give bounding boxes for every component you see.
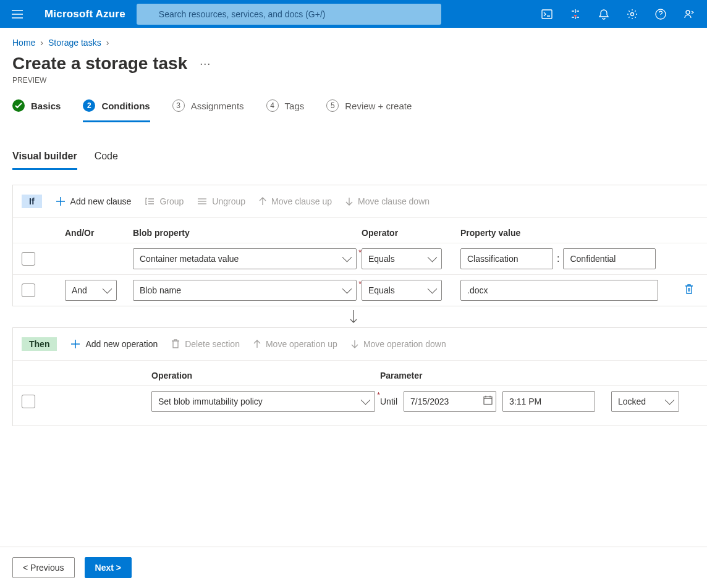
wizard-steps: Basics 2 Conditions 3 Assignments 4 Tags… [0,99,707,122]
condition-headers: And/Or Blob property Operator Property v… [13,217,707,243]
step-label: Basics [31,101,61,111]
property-key-input[interactable]: Classification [460,248,553,269]
move-clause-down-button: Move clause down [345,196,430,206]
delete-section-button: Delete section [171,339,240,349]
lock-select[interactable]: Locked [611,391,679,412]
if-toolbar: If Add new clause Group Ungroup Move cla… [13,185,707,217]
row-checkbox[interactable] [22,252,35,266]
operation-row: Set blob immutability policy * Until 7/1… [13,385,707,426]
step-label: Conditions [101,101,150,111]
page-heading: Create a storage task ··· [0,48,707,74]
more-actions-icon[interactable]: ··· [200,57,211,70]
flow-arrow [0,306,707,327]
condition-row: And Blob name * Equals .docx [13,274,707,306]
date-input[interactable]: 7/15/2023 [404,391,496,412]
move-operation-down-button: Move operation down [351,339,446,349]
step-number: 2 [83,99,95,112]
ungroup-label: Ungroup [212,196,245,206]
add-clause-label: Add new clause [70,196,132,206]
add-operation-button[interactable]: Add new operation [70,339,158,349]
add-clause-button[interactable]: Add new clause [56,196,132,206]
if-pill: If [22,195,42,208]
svg-point-6 [631,12,634,15]
delete-row-icon[interactable] [684,284,694,297]
breadcrumb-storage-tasks[interactable]: Storage tasks [48,38,101,48]
step-number: 4 [266,99,279,112]
search-container [137,4,441,25]
then-toolbar: Then Add new operation Delete section Mo… [13,328,707,360]
required-marker: * [357,248,362,257]
step-assignments[interactable]: 3 Assignments [172,99,244,122]
chevron-right-icon: › [104,38,112,48]
step-conditions[interactable]: 2 Conditions [83,99,150,122]
blob-property-select[interactable]: Container metadata value [133,248,357,269]
step-label: Tags [285,101,305,111]
chevron-right-icon: › [38,38,46,48]
move-op-down-label: Move operation down [363,339,446,349]
group-label: Group [159,196,184,206]
step-number: 3 [172,99,185,112]
header-blob-property: Blob property [133,228,362,238]
header-operator: Operator [362,228,460,238]
header-parameter: Parameter [380,371,701,380]
until-label: Until [380,397,397,406]
and-or-select[interactable]: And [65,280,117,301]
step-review[interactable]: 5 Review + create [326,99,412,122]
delete-section-label: Delete section [185,339,240,349]
wizard-footer: < Previous Next > [0,547,707,588]
hamburger-icon[interactable] [4,1,31,28]
step-number: 5 [326,99,339,112]
breadcrumb-home[interactable]: Home [12,38,35,48]
step-label: Review + create [345,101,412,111]
svg-point-8 [686,10,690,14]
move-clause-up-button: Move clause up [259,196,332,206]
help-icon[interactable] [646,1,675,28]
feedback-icon[interactable] [675,1,703,28]
move-operation-up-button: Move operation up [253,339,337,349]
checkmark-icon [12,99,25,112]
condition-row: Container metadata value * Equals Classi… [13,243,707,274]
operator-select[interactable]: Equals [362,280,442,301]
step-label: Assignments [191,101,244,111]
then-pill: Then [22,337,57,351]
tab-visual-builder[interactable]: Visual builder [12,151,77,170]
row-checkbox[interactable] [22,284,35,297]
property-value-input[interactable]: .docx [460,280,658,301]
ungroup-button: Ungroup [197,196,245,206]
tab-code[interactable]: Code [95,151,118,170]
header-operation: Operation [151,371,380,380]
svg-rect-5 [542,10,552,19]
time-input[interactable]: 3:11 PM [502,391,595,412]
step-basics[interactable]: Basics [12,99,61,122]
global-search-input[interactable] [137,4,441,25]
header-property-value: Property value [460,228,671,238]
header-and-or: And/Or [65,228,133,238]
svg-rect-16 [484,397,492,405]
filter-icon[interactable] [561,1,590,28]
operator-select[interactable]: Equals [362,248,442,269]
add-operation-label: Add new operation [85,339,158,349]
cloud-shell-icon[interactable] [533,1,561,28]
operation-select[interactable]: Set blob immutability policy [151,391,375,412]
if-panel: If Add new clause Group Ungroup Move cla… [12,185,707,306]
row-checkbox[interactable] [22,395,35,408]
calendar-icon[interactable] [483,396,493,408]
then-panel: Then Add new operation Delete section Mo… [12,327,707,426]
notifications-icon[interactable] [590,1,618,28]
group-button: Group [145,196,184,206]
required-marker: * [357,280,362,288]
settings-icon[interactable] [618,1,646,28]
page-title: Create a storage task [12,54,187,74]
move-down-label: Move clause down [358,196,430,206]
next-button[interactable]: Next > [85,557,132,578]
builder-tabs: Visual builder Code [0,122,707,170]
previous-button[interactable]: < Previous [12,557,75,578]
colon-separator: : [557,253,559,264]
topbar-actions [533,1,703,28]
blob-property-select[interactable]: Blob name [133,280,357,301]
page-subtitle: PREVIEW [0,74,707,99]
move-op-up-label: Move operation up [266,339,337,349]
brand-label: Microsoft Azure [44,8,125,20]
step-tags[interactable]: 4 Tags [266,99,305,122]
property-value-input[interactable]: Confidential [563,248,656,269]
